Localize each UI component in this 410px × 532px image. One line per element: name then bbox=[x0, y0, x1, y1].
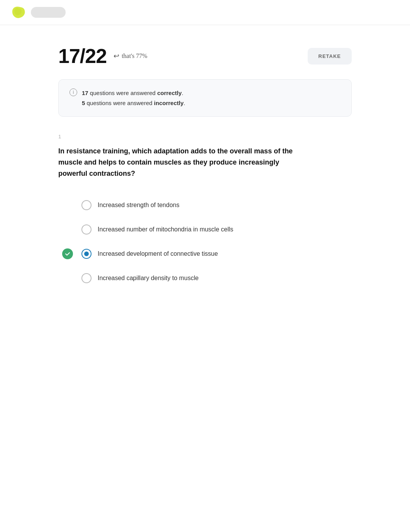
option-a-label: Increased strength of tendons bbox=[98, 200, 180, 210]
retake-button[interactable]: RETAKE bbox=[308, 48, 352, 65]
option-c[interactable]: Increased development of connective tiss… bbox=[81, 241, 352, 266]
arrow-icon: ↩ bbox=[114, 52, 119, 60]
info-box: i 17 questions were answered correctly. … bbox=[58, 79, 352, 117]
radio-d[interactable] bbox=[81, 273, 91, 283]
incorrect-emphasis: incorrectly bbox=[154, 100, 184, 106]
main-content: 17/22 ↩ that's 77% RETAKE i 17 questions… bbox=[47, 25, 363, 313]
option-b[interactable]: Increased number of mitochondria in musc… bbox=[81, 217, 352, 241]
correct-count: 17 bbox=[82, 90, 88, 96]
options-list: Increased strength of tendons Increased … bbox=[81, 193, 352, 290]
option-c-label: Increased development of connective tiss… bbox=[98, 248, 218, 258]
incorrect-count: 5 bbox=[82, 100, 85, 106]
score-display: 17/22 bbox=[58, 44, 107, 68]
radio-a[interactable] bbox=[81, 200, 91, 210]
app-logo bbox=[12, 5, 25, 19]
question-text: In resistance training, which adaptation… bbox=[58, 146, 305, 179]
option-a[interactable]: Increased strength of tendons bbox=[81, 193, 352, 217]
user-avatar bbox=[31, 7, 66, 18]
info-icon: i bbox=[69, 88, 77, 96]
score-row: 17/22 ↩ that's 77% RETAKE bbox=[58, 44, 352, 68]
correct-indicator-icon bbox=[62, 248, 73, 259]
option-d-label: Increased capillary density to muscle bbox=[98, 273, 198, 283]
info-text: 17 questions were answered correctly. 5 … bbox=[82, 88, 185, 108]
correct-emphasis: correctly bbox=[157, 90, 181, 96]
radio-c[interactable] bbox=[81, 249, 91, 259]
radio-b[interactable] bbox=[81, 224, 91, 235]
option-b-label: Increased number of mitochondria in musc… bbox=[98, 224, 233, 234]
score-percent-label: ↩ that's 77% bbox=[114, 52, 147, 60]
question-number: 1 bbox=[58, 134, 352, 139]
score-left: 17/22 ↩ that's 77% bbox=[58, 44, 147, 68]
app-header bbox=[0, 0, 410, 25]
option-d[interactable]: Increased capillary density to muscle bbox=[81, 266, 352, 290]
